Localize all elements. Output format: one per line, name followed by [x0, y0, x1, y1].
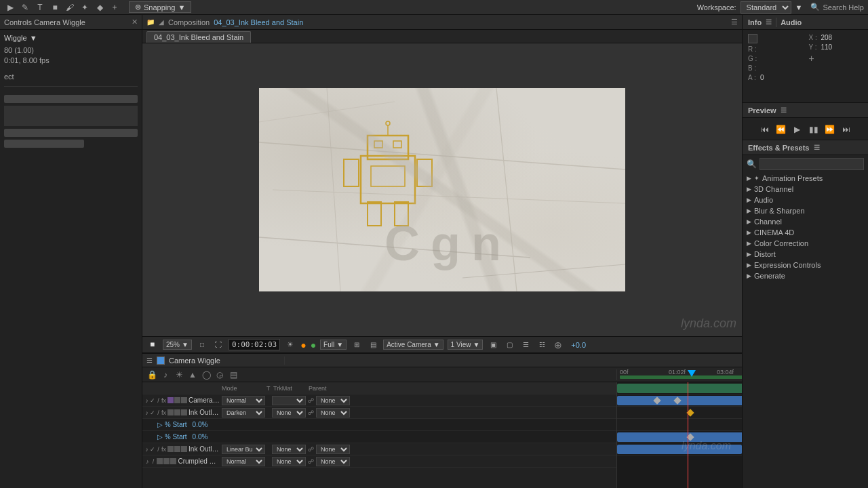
layer2-fx-icon[interactable]: fx [161, 409, 166, 417]
fx-channel[interactable]: ▶ Channel [743, 216, 868, 227]
layer2-parent-select[interactable]: None [316, 408, 350, 418]
preview-watermark: C g n [384, 216, 500, 271]
comp-icon-btn[interactable]: ▣ [487, 339, 499, 351]
fx-category-name-9: Expression Controls [754, 261, 821, 269]
left-panel-close[interactable]: ✕ [132, 18, 138, 26]
param-row-1: 80 (1.00) [4, 46, 138, 54]
timecode-display[interactable]: 0:00:02:03 [229, 339, 280, 350]
info-a-row: A : 0 [748, 74, 802, 81]
fx-distort[interactable]: ▶ Distort [743, 249, 868, 260]
playhead-indicator[interactable] [688, 370, 696, 377]
fx-cinema4d[interactable]: ▶ CINEMA 4D [743, 227, 868, 238]
columns-icon[interactable]: ☷ [536, 339, 548, 351]
layer6-trkmat-select[interactable]: None [272, 457, 306, 466]
layer2-trkmat-select[interactable]: None [272, 408, 306, 418]
tl-solo-icon[interactable]: ♪ [160, 369, 171, 380]
layer5-label-icon[interactable]: / [157, 445, 160, 453]
puppet-tool-icon[interactable]: ◆ [94, 1, 106, 14]
tl-circle-icon[interactable]: ◯ [201, 369, 212, 380]
layer2-solo-icon[interactable]: ♪ [145, 409, 149, 417]
prev-frame-button[interactable]: ⏪ [775, 123, 787, 136]
layer2-lock-icon[interactable]: ✓ [150, 409, 155, 417]
layer2-label-icon[interactable]: / [157, 409, 160, 417]
effects-menu-icon[interactable]: ☰ [814, 144, 820, 151]
fx-color-correction[interactable]: ▶ Color Correction [743, 238, 868, 249]
layer2-left: ♪ ✓ / fx Ink Outlines [145, 409, 220, 417]
fx-audio[interactable]: ▶ Audio [743, 195, 868, 205]
fx-generate[interactable]: ▶ Generate [743, 270, 868, 281]
comp-tab[interactable]: 04_03_Ink Bleed and Stain [146, 31, 251, 43]
layer1-label-icon[interactable]: / [157, 396, 160, 405]
layer6-label-icon[interactable]: / [151, 458, 156, 466]
stamp-tool-icon[interactable]: ✦ [79, 1, 91, 14]
info-add-icon[interactable]: + [809, 53, 814, 64]
layer1-parent-select[interactable]: None [316, 396, 350, 405]
overlay-icon[interactable]: ▤ [367, 339, 379, 351]
camera-icon[interactable]: ☀ [284, 339, 296, 351]
layer5-lock-icon[interactable]: ✓ [150, 445, 155, 453]
fx-blur-sharpen[interactable]: ▶ Blur & Sharpen [743, 205, 868, 216]
comp-menu-icon[interactable]: ☰ [731, 18, 738, 26]
zoom-button[interactable]: 25% ▼ [163, 340, 192, 350]
layer6-mode-select[interactable]: Normal [222, 457, 265, 466]
pen-tool-icon[interactable]: ✎ [19, 1, 31, 14]
stop-button[interactable]: ▮▮ [808, 123, 820, 136]
mode-col-header: Mode [222, 385, 265, 392]
layer1-trkmat-select[interactable] [272, 396, 306, 405]
tl-right-ruler: 00f 01:02f 03:04f 05:00f 06:02f 07:04f 0… [617, 369, 742, 381]
view-count-button[interactable]: 1 View ▼ [448, 340, 484, 350]
fx-animation-presets[interactable]: ▶ ✦ Animation Presets [743, 173, 868, 184]
layer1-solo-icon[interactable]: ♪ [145, 396, 149, 405]
tl-graph-icon[interactable]: ▤ [228, 369, 239, 380]
info-menu-icon[interactable]: ☰ [766, 18, 772, 26]
quality-button[interactable]: Full ▼ [320, 340, 347, 350]
layer5-mode-select[interactable]: Linear Bu [222, 445, 265, 454]
brush-tool-icon[interactable]: 🖌 [64, 1, 76, 14]
layer2-mode-select[interactable]: Darken [222, 408, 265, 418]
camera-mode-button[interactable]: Active Camera ▼ [383, 340, 443, 350]
layer1-lock-icon[interactable]: ✓ [150, 396, 155, 405]
svg-rect-9 [374, 141, 382, 148]
info-x-row: X : 208 [809, 34, 863, 41]
layer6-solo-icon[interactable]: ♪ [145, 458, 150, 466]
zoom-arrow: ▼ [182, 341, 189, 348]
search-help-area[interactable]: 🔍 Search Help [810, 3, 864, 12]
audio-tab[interactable]: Audio [781, 18, 802, 26]
layer5-fx-icon[interactable]: fx [161, 445, 166, 453]
skip-start-button[interactable]: ⏮ [759, 123, 771, 136]
layer5-trkmat-select[interactable]: None [272, 445, 306, 454]
snapping-button[interactable]: ⊛ Snapping ▼ [129, 1, 191, 13]
layer6-name: Crumpled Paper Texture [178, 458, 220, 465]
tl-vis-icon[interactable]: ☀ [174, 369, 184, 380]
snapshot-icon[interactable]: ◽ [146, 339, 159, 351]
shape-tool-icon[interactable]: ■ [49, 1, 61, 14]
layer5-solo-icon[interactable]: ♪ [145, 445, 149, 453]
wiggle-dropdown[interactable]: Wiggle ▼ [4, 34, 138, 42]
resize-icon[interactable]: □ [196, 339, 208, 351]
effects-search-input[interactable] [760, 158, 864, 170]
workspace-select[interactable]: Standard [741, 1, 791, 14]
tl-grid-icon[interactable]: ◶ [214, 369, 225, 380]
layer1-bar[interactable] [617, 384, 742, 393]
layer5-parent-select[interactable]: None [316, 445, 350, 454]
render-icon[interactable]: ▢ [503, 339, 515, 351]
text-tool-icon[interactable]: T [34, 1, 46, 14]
fx-3d-channel[interactable]: ▶ 3D Channel [743, 184, 868, 195]
circle-plus-icon[interactable]: ⊕ [552, 339, 564, 351]
select-tool-icon[interactable]: ▶ [4, 1, 16, 14]
layer6-parent-select[interactable]: None [316, 457, 350, 466]
preview-menu-icon[interactable]: ☰ [781, 106, 787, 114]
layer1-mode-select[interactable]: Normal [222, 396, 265, 405]
misc-tool-icon[interactable]: + [108, 1, 121, 14]
layer5-swatches [167, 446, 187, 452]
layer1-fx-icon[interactable]: fx [161, 396, 166, 405]
grid-icon[interactable]: ⊞ [351, 339, 363, 351]
skip-end-button[interactable]: ⏭ [840, 123, 852, 136]
fx-expression-controls[interactable]: ▶ Expression Controls [743, 260, 868, 270]
next-frame-button[interactable]: ⏩ [824, 123, 836, 136]
play-button[interactable]: ▶ [791, 123, 804, 136]
layers-icon[interactable]: ☰ [519, 339, 532, 351]
fit-icon[interactable]: ⛶ [212, 339, 224, 351]
tl-lock-icon[interactable]: 🔒 [146, 369, 157, 380]
tl-add-icon[interactable]: ▲ [187, 369, 198, 380]
